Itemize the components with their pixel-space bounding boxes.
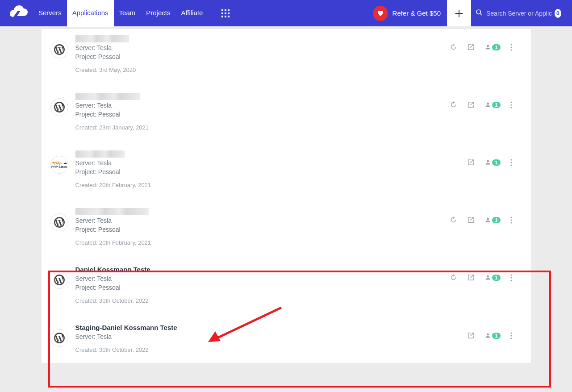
svg-point-13	[510, 159, 512, 160]
app-body: Server: TeslaProject: PessoalCreated: 20…	[75, 208, 513, 246]
search-input[interactable]	[486, 10, 552, 17]
phpstack-icon: MySQL ☁PHP Stack	[50, 156, 68, 174]
search-count-badge: 0	[555, 9, 561, 18]
user-count-badge: 1	[492, 102, 500, 108]
svg-point-19	[510, 219, 512, 221]
svg-point-3	[487, 45, 489, 47]
search-box: 0	[471, 9, 566, 18]
app-title[interactable]	[75, 93, 140, 100]
app-created: Created: 23rd January, 2021	[75, 124, 513, 131]
svg-point-4	[510, 44, 512, 45]
more-menu-icon[interactable]	[510, 44, 512, 51]
nav-servers[interactable]: Servers	[33, 0, 67, 27]
refresh-icon[interactable]	[450, 43, 457, 51]
more-menu-icon[interactable]	[510, 274, 512, 281]
app-row: Daniel Kossmann TesteServer: TeslaProjec…	[42, 259, 531, 304]
svg-point-22	[487, 275, 489, 278]
svg-point-29	[510, 335, 512, 336]
app-server: Server: Tesla	[75, 275, 513, 282]
heart-icon	[373, 6, 388, 21]
external-link-icon[interactable]	[467, 274, 475, 281]
app-created: Created: 3rd May, 2020	[75, 67, 513, 73]
svg-point-12	[487, 160, 489, 163]
app-actions: 1	[450, 101, 512, 108]
app-project: Project: Pessoal	[75, 111, 513, 118]
more-menu-icon[interactable]	[510, 332, 512, 339]
apps-grid-icon[interactable]	[221, 9, 230, 17]
svg-point-6	[510, 49, 512, 50]
users-button[interactable]: 1	[484, 217, 500, 223]
svg-point-25	[510, 279, 512, 281]
app-body: Server: TeslaProject: PessoalCreated: 3r…	[75, 35, 513, 73]
external-link-icon[interactable]	[467, 43, 475, 51]
refer-link[interactable]: Refer & Get $50	[373, 6, 447, 21]
app-title[interactable]	[75, 150, 125, 158]
app-server: Server: Tesla	[75, 333, 513, 340]
more-menu-icon[interactable]	[510, 217, 512, 224]
more-menu-icon[interactable]	[510, 159, 512, 166]
svg-point-20	[510, 222, 512, 223]
refresh-icon[interactable]	[450, 101, 457, 108]
nav-applications[interactable]: Applications	[67, 0, 114, 27]
refresh-icon[interactable]	[450, 216, 457, 224]
users-button[interactable]: 1	[484, 44, 500, 50]
app-title[interactable]	[75, 208, 149, 215]
svg-point-8	[487, 103, 489, 105]
app-project: Project: Pessoal	[75, 284, 513, 291]
user-count-badge: 1	[492, 333, 500, 339]
app-project: Project: Pessoal	[75, 226, 513, 233]
external-link-icon[interactable]	[467, 101, 475, 108]
app-body: Server: TeslaProject: PessoalCreated: 23…	[75, 93, 513, 131]
user-count-badge: 1	[492, 159, 500, 166]
more-menu-icon[interactable]	[510, 101, 512, 108]
app-created: Created: 20th February, 2021	[75, 182, 513, 188]
app-body: Daniel Kossmann TesteServer: TeslaProjec…	[75, 266, 513, 304]
app-row: MySQL ☁PHP StackServer: TeslaProject: Pe…	[42, 144, 531, 188]
wordpress-icon	[50, 271, 68, 289]
applications-card: Server: TeslaProject: PessoalCreated: 3r…	[42, 29, 531, 363]
app-row: Server: TeslaProject: PessoalCreated: 3r…	[42, 29, 531, 73]
external-link-icon[interactable]	[467, 158, 475, 166]
svg-point-5	[510, 46, 512, 48]
app-row: Server: TeslaProject: PessoalCreated: 20…	[42, 202, 531, 246]
refer-label: Refer & Get $50	[392, 9, 441, 17]
svg-point-28	[510, 332, 512, 334]
app-created: Created: 30th October, 2022	[75, 297, 513, 304]
nav-projects[interactable]: Projects	[141, 0, 175, 27]
external-link-icon[interactable]	[467, 216, 475, 224]
svg-point-14	[510, 162, 512, 163]
users-button[interactable]: 1	[484, 274, 500, 281]
main-nav: Servers Applications Team Projects Affil…	[33, 0, 208, 27]
svg-point-15	[510, 164, 512, 166]
svg-point-18	[510, 217, 512, 218]
users-button[interactable]: 1	[484, 332, 500, 339]
users-button[interactable]: 1	[484, 159, 500, 166]
user-count-badge: 1	[492, 217, 500, 223]
app-server: Server: Tesla	[75, 102, 513, 109]
app-title[interactable]	[75, 35, 129, 42]
app-server: Server: Tesla	[75, 159, 513, 167]
search-icon	[476, 9, 483, 18]
app-project: Project: Pessoal	[75, 168, 513, 175]
logo[interactable]	[6, 5, 33, 21]
app-server: Server: Tesla	[75, 217, 513, 224]
app-created: Created: 30th October, 2022	[75, 346, 513, 353]
svg-point-10	[510, 104, 512, 105]
nav-affiliate[interactable]: Affiliate	[175, 0, 208, 27]
wordpress-icon	[50, 41, 68, 58]
svg-point-23	[510, 274, 512, 275]
svg-point-0	[476, 10, 480, 14]
nav-team[interactable]: Team	[114, 0, 141, 27]
external-link-icon[interactable]	[467, 332, 475, 339]
svg-point-30	[510, 338, 512, 339]
app-actions: 1	[450, 274, 512, 281]
app-actions: 1	[467, 332, 512, 339]
add-button[interactable]	[447, 0, 471, 26]
user-count-badge: 1	[492, 275, 500, 281]
svg-point-17	[487, 218, 489, 220]
refresh-icon[interactable]	[450, 274, 457, 281]
users-button[interactable]: 1	[484, 101, 500, 108]
app-title[interactable]: Staging-Daniel Kossmann Teste	[75, 324, 513, 331]
svg-point-11	[510, 107, 512, 108]
app-title[interactable]: Daniel Kossmann Teste	[75, 266, 513, 273]
